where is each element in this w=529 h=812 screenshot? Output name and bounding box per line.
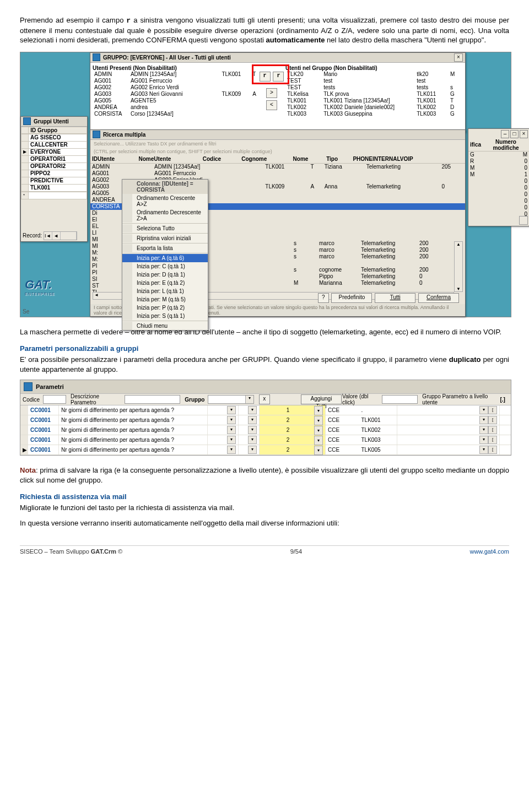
context-menu-item[interactable]: Inizia per: S (q.tà 1) [122,312,208,320]
gruppi-item[interactable]: ▶EVERYONE [21,148,87,155]
context-menu-item[interactable]: Inizia per: D (q.tà 1) [122,270,208,279]
column-header[interactable]: IDUtente [90,155,137,164]
chevron-down-icon[interactable]: ▾ [248,406,257,414]
list-item[interactable]: AG001AG001 Ferruccio [93,78,258,84]
list-item[interactable]: AG005AGENTE5 [93,98,258,104]
param-row[interactable]: ▶CC0001Nr giorni di differimento per ape… [20,445,511,455]
clear-button[interactable]: x [259,394,270,404]
footer-link[interactable]: www.gat4.com [469,548,509,555]
column-header[interactable]: Codice [201,155,240,164]
chevron-down-icon[interactable]: ▾ [314,446,323,455]
chevron-down-icon[interactable]: ▾ [227,446,236,454]
gruppi-item[interactable]: CALLCENTER [21,141,87,148]
gruppi-item[interactable]: OPERATORI1 [21,155,87,163]
context-menu-item[interactable]: Inizia per: L (q.tà 1) [122,287,208,295]
table-row[interactable]: AG001AG001 Ferruccio [90,170,465,177]
column-header[interactable]: Nome [292,155,325,164]
row-action-button[interactable]: [ [488,426,497,434]
column-header[interactable]: Cognome [240,155,291,164]
chevron-down-icon[interactable]: ▾ [479,436,488,444]
valore-field[interactable] [382,395,418,404]
chevron-down-icon[interactable]: ▾ [227,416,236,424]
list-item[interactable]: TLKelisaTLK provaTLK011G [285,91,463,98]
gruppi-item[interactable]: TLK001 [21,184,87,191]
column-header[interactable]: PHONEINTERNALVOIP [351,155,465,164]
chevron-down-icon[interactable]: ▾ [314,416,323,425]
context-menu-item[interactable]: Chiudi menu [122,322,208,330]
filter-r-button[interactable]: r [273,72,284,82]
row-action-button[interactable]: [ [488,406,497,414]
nav-first-icon[interactable]: I◄ [44,232,52,240]
list-item[interactable]: ANDREAandrea [93,104,258,111]
row-action-button[interactable]: [ [488,436,497,444]
list-item[interactable]: TLK20Mariotlk20M [285,71,463,78]
chevron-down-icon[interactable]: ▾ [479,406,488,414]
list-item[interactable]: TESTtesttest [285,78,463,84]
context-menu-item[interactable]: Seleziona Tutto [122,224,208,232]
close-icon[interactable]: × [520,130,528,138]
min-icon[interactable]: – [501,130,509,138]
nav-prev-icon[interactable]: ◄ [52,232,61,240]
move-right-button[interactable]: > [266,88,277,98]
filter-r-button[interactable]: r [260,72,271,82]
table-row[interactable]: ADMINADMIN [12345Aa!]TLK001TTizianaTelem… [90,164,465,170]
max-icon[interactable]: □ [510,130,519,138]
chevron-down-icon[interactable]: ▾ [314,436,323,445]
desc-field[interactable] [125,395,180,404]
conferma-button[interactable]: Conferma [418,293,459,303]
help-icon[interactable]: ? [318,293,329,303]
chevron-down-icon[interactable]: ▾ [248,436,257,444]
titlebar-parametri[interactable]: Parametri [20,380,511,393]
codice-field[interactable] [43,395,66,404]
chevron-down-icon[interactable]: ▾ [248,446,257,454]
column-header[interactable]: NomeUtente [137,155,201,164]
chevron-down-icon[interactable]: ▾ [248,416,257,424]
chevron-down-icon[interactable]: ▾ [227,426,236,434]
row-action-button[interactable]: [ [488,416,497,424]
chevron-down-icon[interactable]: ▾ [314,426,323,435]
list-item[interactable]: ADMINADMIN [12345Aa!]TLK001T [93,71,258,78]
context-menu-item[interactable]: Ordinamento Crescente A>Z [122,194,208,208]
param-row[interactable]: CC0001Nr giorni di differimento per aper… [20,435,511,445]
context-menu-item[interactable]: Inizia per: C (q.tà 1) [122,262,208,270]
chevron-down-icon[interactable]: ▾ [479,416,488,424]
list-item[interactable]: AG002AG002 Enrico Verdi [93,84,258,91]
gruppi-item[interactable]: PREDICTIVE [21,177,87,184]
chevron-down-icon[interactable]: ▾ [479,446,488,454]
chevron-down-icon[interactable]: ▾ [227,406,236,414]
close-icon[interactable]: × [454,53,463,62]
list-item[interactable]: TLK001TLK001 Tiziana [12345Aa!]TLK001T [285,98,463,104]
chevron-down-icon[interactable]: ▾ [245,396,253,403]
gruppi-item[interactable]: PIPPO2 [21,170,87,177]
titlebar-main[interactable]: GRUPPO: [EVERYONE] - All User - Tutti gl… [90,53,465,63]
list-item[interactable]: TLK002TLK002 Daniele [daniele002]TLK002D [285,104,463,111]
move-left-button[interactable]: < [266,100,277,110]
list-utenti-presenti[interactable]: Utenti Presenti (Non Disabilitati) ADMIN… [93,65,258,130]
record-nav[interactable]: I◄◄ [44,231,77,240]
gruppi-item[interactable]: OPERATORI2 [21,163,87,170]
context-menu-item[interactable]: Ripristina valori iniziali [122,234,208,242]
param-row[interactable]: CC0001Nr giorni di differimento per aper… [20,425,511,435]
chevron-down-icon[interactable]: ▾ [227,436,236,444]
resize-handle-icon[interactable] [519,216,528,225]
context-menu-item[interactable]: Inizia per: E (q.tà 2) [122,279,208,287]
gruppi-item[interactable]: AG SISECO [21,134,87,141]
list-item[interactable]: TLK003TLK003 GiuseppinaTLK003G [285,111,463,117]
context-menu-item[interactable]: Inizia per: M (q.tà 5) [122,295,208,304]
tutti-button[interactable]: Tutti [375,293,415,303]
titlebar-ricerca[interactable]: Ricerca multipla [90,130,465,140]
list-utenti-nel-gruppo[interactable]: Utenti nel Gruppo (Non Disabilitati) TLK… [285,65,463,130]
gruppi-list[interactable]: ID Gruppo [21,127,87,134]
param-row[interactable]: CC0001Nr giorni di differimento per aper… [20,415,511,425]
context-menu-item[interactable]: Esporta la lista [122,244,208,252]
chevron-down-icon[interactable]: ▾ [314,406,323,415]
column-header[interactable]: Tipo [325,155,351,164]
scrollbar-vertical[interactable]: ▲ ▼ [454,241,463,292]
predefinito-button[interactable]: Predefinito [331,293,372,303]
context-menu-item[interactable]: Ordinamento Decrescente Z>A [122,208,208,223]
list-item[interactable]: AG003AG003 Neri GiovanniTLK009A [93,91,258,98]
context-menu[interactable]: Colonna: [IDUtente] = CORSISTA Ordinamen… [122,179,208,331]
chevron-down-icon[interactable]: ▾ [479,426,488,434]
list-item[interactable]: CORSISTACorso [12345Aa!] [93,111,258,117]
context-menu-item[interactable]: Inizia per: A (q.tà 6) [122,254,208,262]
